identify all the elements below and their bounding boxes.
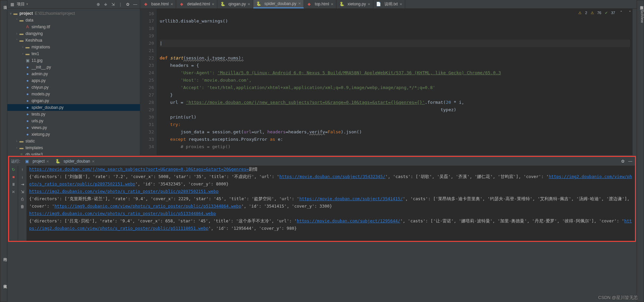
tree-item[interactable]: ●__init__.py [7, 64, 140, 71]
tree-item[interactable]: ●tests.py [7, 111, 140, 118]
right-tab-sciview[interactable]: SciView [637, 10, 644, 23]
python-icon: 🐍 [55, 159, 60, 164]
close-icon[interactable]: ✕ [298, 2, 301, 5]
py-icon: ● [25, 91, 30, 97]
sidebar-header: ▦ 项目 ▼ ⊕ ≑ ⇲ | ✿ — [7, 0, 140, 9]
folder-icon: ▬ [19, 17, 24, 23]
py-icon: ● [25, 112, 30, 117]
left-gutter: 项目 结构 收藏夹 [0, 0, 7, 302]
tab-label: top.html [315, 2, 329, 6]
run-tab-spider[interactable]: 🐍 spider_douban ✕ [53, 158, 96, 165]
tree-item-label: db.sqlite3 [25, 152, 43, 155]
right-gutter: 数据库 SciView [637, 0, 644, 302]
hide-icon[interactable]: — [132, 2, 138, 7]
tree-item[interactable]: ●spider_douban.py [7, 104, 140, 111]
target-icon[interactable]: ⊕ [96, 2, 101, 7]
folder-icon: ▬ [19, 138, 24, 144]
tree-item[interactable]: ●chiyun.py [7, 84, 140, 91]
tree-item-label: xietong.py [32, 132, 50, 137]
close-icon[interactable]: ✕ [368, 2, 370, 6]
down-icon[interactable]: ↓ [20, 174, 25, 180]
editor-tab[interactable]: 🐍xietong.py✕ [336, 0, 373, 8]
editor-tabs: ◆base.html✕◆detailed.html✕🐍qingan.py✕🐍sp… [140, 0, 637, 9]
run-panel: 运行: ▣ project ✕ 🐍 spider_douban ✕ ✿ — ↻ … [8, 156, 636, 242]
weak-warning-icon: ⚠ [591, 11, 594, 15]
chevron-up-icon[interactable]: ˄ [619, 10, 624, 15]
tree-item-label: Keshihua [25, 38, 42, 43]
tree-item-label: models.py [32, 92, 50, 96]
inspection-badges[interactable]: ⚠2 ⚠76 ✔37 ˄ ˅ [578, 10, 633, 15]
pause-icon[interactable]: ⏸ [11, 182, 16, 187]
tree-item[interactable]: ●qingan.py [7, 97, 140, 104]
soft-wrap-icon[interactable]: ⇥ [20, 182, 25, 187]
py-icon: ● [25, 85, 30, 90]
tab-label: spider_douban.py [264, 1, 296, 6]
editor-tab[interactable]: ◆base.html✕ [140, 0, 176, 8]
tree-item[interactable]: ˅▬Keshihua [7, 37, 140, 44]
close-icon[interactable]: ✕ [331, 2, 333, 6]
close-icon[interactable]: ✕ [399, 2, 402, 6]
tree-item-label: spider_douban.py [32, 105, 63, 110]
tree-item[interactable]: ›▬diangying [7, 30, 140, 37]
tree-item[interactable]: ▣11.jpg [7, 57, 140, 64]
tree-item[interactable]: ›▬static [7, 138, 140, 144]
tree-item[interactable]: ●apps.py [7, 77, 140, 84]
run-tab-project[interactable]: ▣ project ✕ [22, 158, 51, 165]
trash-icon[interactable]: 🗑 [20, 204, 25, 209]
stop-icon[interactable]: ■ [11, 174, 16, 180]
collapse-icon[interactable]: ≑ [103, 2, 108, 7]
tab-label: xietong.py [347, 2, 366, 6]
expand-icon[interactable]: ⇲ [110, 2, 116, 7]
tree-item[interactable]: Asimfang.ttf [7, 24, 140, 30]
close-icon[interactable]: ✕ [212, 2, 214, 6]
editor-tab[interactable]: 🐍spider_douban.py✕ [253, 0, 304, 8]
root-path: E:\01zhuomian\project [35, 11, 75, 16]
py-icon: ● [25, 78, 30, 83]
editor-scrollbar[interactable] [633, 9, 637, 155]
folder-icon: ▬ [13, 11, 18, 16]
editor-tab[interactable]: ◆top.html✕ [304, 0, 337, 8]
tree-item-label: data [25, 18, 33, 23]
py-icon: 🐍 [256, 1, 261, 6]
tree-item-label: apps.py [32, 78, 46, 83]
close-icon[interactable]: ✕ [46, 160, 49, 163]
py-icon: ● [25, 64, 30, 70]
folder-icon: ▬ [19, 31, 24, 36]
scroll-end-icon[interactable]: ⇲ [20, 189, 25, 195]
py-icon: ● [25, 98, 30, 103]
tree-item-label: tests.py [32, 112, 45, 117]
tree-item[interactable]: ●xietong.py [7, 131, 140, 138]
close-icon[interactable]: ✕ [170, 2, 173, 6]
tree-item[interactable]: ●views.py [7, 124, 140, 131]
tree-item[interactable]: ●urls.py [7, 118, 140, 124]
gear-icon[interactable]: ✿ [620, 159, 626, 164]
up-icon[interactable]: ↑ [20, 167, 25, 172]
chevron-down-icon[interactable]: ˅ [627, 10, 633, 15]
tree-item[interactable]: ●models.py [7, 91, 140, 97]
project-tree[interactable]: v ▬ project E:\01zhuomian\project ˅▬data… [7, 9, 140, 155]
code-area[interactable]: urllib3.disable_warnings() | def start(s… [157, 9, 633, 155]
gear-icon[interactable]: ✿ [125, 2, 130, 7]
tree-item[interactable]: ≡db.sqlite3 [7, 151, 140, 155]
print-icon[interactable]: ⎙ [20, 197, 25, 202]
run-output[interactable]: https://movie.douban.com/j/new_search_su… [26, 166, 635, 241]
db-icon: ≡ [19, 152, 24, 155]
editor-tab[interactable]: ◆detailed.html✕ [176, 0, 217, 8]
exit-icon[interactable]: ⤫ [11, 189, 16, 195]
project-dropdown[interactable]: 项目 ▼ [17, 1, 29, 7]
hide-icon[interactable]: — [628, 159, 633, 164]
rerun-icon[interactable]: ↻ [11, 167, 16, 172]
tree-item[interactable]: ˅▬data [7, 17, 140, 24]
close-icon[interactable]: ✕ [248, 2, 250, 6]
tree-item[interactable]: ›▬templates [7, 144, 140, 151]
editor-tab[interactable]: 📄说明.txt✕ [373, 0, 405, 8]
editor-tab[interactable]: 🐍qingan.py✕ [217, 0, 253, 8]
tree-item[interactable]: ›▬migrations [7, 44, 140, 50]
close-icon[interactable]: ✕ [92, 160, 95, 163]
py-icon: ● [25, 71, 30, 77]
py-icon: 🐍 [220, 1, 225, 7]
tree-item-label: tex1 [32, 51, 39, 56]
tree-item[interactable]: ●admin.py [7, 71, 140, 77]
tree-item[interactable]: ›▬tex1 [7, 50, 140, 57]
tree-root[interactable]: v ▬ project E:\01zhuomian\project [7, 10, 140, 17]
